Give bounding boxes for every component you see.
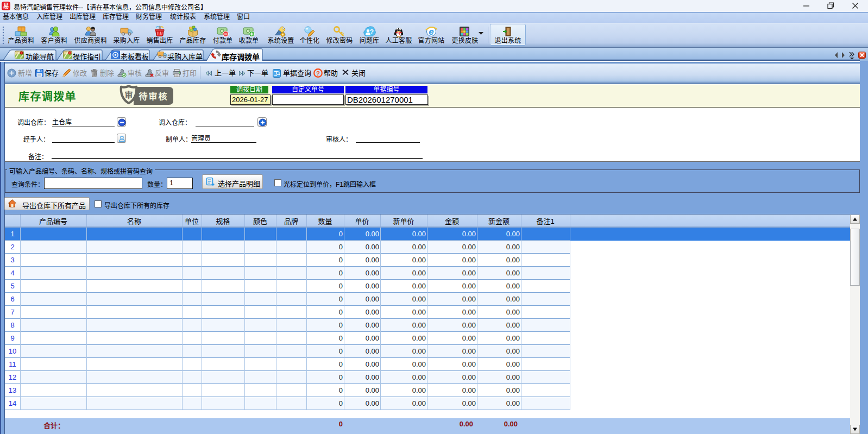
svg-text:审: 审: [124, 89, 133, 100]
svg-text:?: ?: [370, 28, 374, 36]
svg-text:待审核: 待审核: [139, 89, 168, 102]
svg-text:?: ?: [316, 70, 320, 77]
